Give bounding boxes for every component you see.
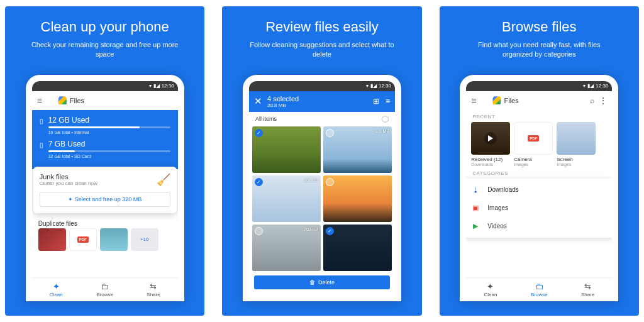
recent-label: RECENT <box>466 110 612 122</box>
app-bar: ≡ Files ⌕ ⋮ <box>466 91 612 110</box>
junk-files-card: Junk files Clutter you can clean now 🧹 ✦… <box>33 167 177 213</box>
share-icon: ⇆ <box>150 282 157 291</box>
app-bar: ≡ Files <box>32 91 178 110</box>
grid-item[interactable]: ✓ <box>323 225 392 271</box>
trash-icon: 🗑 <box>309 279 315 286</box>
sd-card-icon: ▯ <box>40 142 43 148</box>
status-bar: ▾▮◢12:30 <box>249 81 395 91</box>
selection-count: 4 selected <box>267 95 299 103</box>
category-images[interactable]: ▣Images <box>462 199 616 217</box>
panel-subtitle: Check your remaining storage and free up… <box>14 40 196 60</box>
free-up-button[interactable]: ✦ Select and free up 320 MB <box>40 192 170 207</box>
internal-storage-used: 12 GB Used <box>48 116 170 125</box>
clean-icon: ✦ <box>487 282 494 291</box>
status-bar: ▾▮◢12:30 <box>32 81 178 91</box>
panel-subtitle: Follow cleaning suggestions and select w… <box>231 40 413 60</box>
phone-mockup: ▾▮◢12:30 ≡ Files ⌕ ⋮ RECENT Received (12… <box>460 75 618 301</box>
selection-header: ✕ 4 selected 20.8 MB ⊞ ≡ <box>249 91 395 112</box>
sd-storage-total: 32 GB total • SD Card <box>48 154 170 158</box>
checkbox-icon[interactable] <box>255 227 263 235</box>
menu-icon[interactable]: ≡ <box>37 96 42 106</box>
overflow-icon[interactable]: ⋮ <box>599 96 607 105</box>
nav-clean[interactable]: ✦Clean <box>32 278 80 301</box>
panel-browse: Browse files Find what you need really f… <box>440 6 639 316</box>
app-title: Files <box>504 97 518 104</box>
thumb[interactable] <box>38 228 66 251</box>
files-logo-icon <box>492 96 501 104</box>
image-icon: ▣ <box>471 204 480 212</box>
recent-card[interactable]: Screen Images <box>557 122 596 167</box>
delete-button[interactable]: 🗑Delete <box>254 275 390 289</box>
panel-review: Review files easily Follow cleaning sugg… <box>222 6 421 316</box>
junk-title: Junk files <box>40 173 97 180</box>
thumb[interactable]: PDF <box>69 228 97 251</box>
grid-item[interactable]: 203 KB <box>252 225 321 271</box>
categories-card: ⭳Downloads ▣Images ▶Videos <box>462 179 616 238</box>
checkbox-icon[interactable] <box>326 129 334 137</box>
bottom-nav: ✦Clean 🗀Browse ⇆Share <box>32 277 178 301</box>
nav-browse[interactable]: 🗀Browse <box>80 278 129 301</box>
search-icon[interactable]: ⌕ <box>590 96 594 105</box>
checkbox-icon[interactable] <box>326 178 334 186</box>
category-downloads[interactable]: ⭳Downloads <box>462 181 616 199</box>
checkbox-icon[interactable]: ✓ <box>326 227 334 235</box>
checkbox-icon[interactable]: ✓ <box>255 129 263 137</box>
nav-browse[interactable]: 🗀Browse <box>515 278 564 301</box>
checkbox-icon[interactable]: ✓ <box>255 178 263 186</box>
phone-icon: ▯ <box>40 118 43 125</box>
storage-summary: ▯ 12 GB Used 16 GB total • Internal ▯ 7 … <box>32 110 178 169</box>
grid-item[interactable]: ✓206 KB <box>252 175 321 222</box>
grid-item[interactable] <box>323 175 392 222</box>
nav-share[interactable]: ⇆Share <box>129 278 177 301</box>
phone-mockup: ▾▮◢12:30 ≡ Files ▯ 12 GB Used 16 GB tota… <box>26 75 184 301</box>
sd-storage-used: 7 GB Used <box>48 140 170 148</box>
category-videos[interactable]: ▶Videos <box>462 217 616 235</box>
panel-title: Clean up your phone <box>14 19 196 35</box>
selection-size: 20.8 MB <box>267 103 299 108</box>
nav-clean[interactable]: ✦Clean <box>466 278 514 301</box>
files-logo-icon <box>58 96 67 104</box>
recent-card[interactable]: Received (12) Downloads <box>471 122 510 167</box>
nav-share[interactable]: ⇆Share <box>564 278 612 301</box>
grid-item[interactable]: 1.1 MB <box>323 126 392 173</box>
grid-item[interactable]: ✓ <box>252 126 321 173</box>
browse-icon: 🗀 <box>535 282 543 291</box>
video-icon: ▶ <box>471 222 480 230</box>
all-items-row[interactable]: All items <box>249 112 395 126</box>
thumb-more[interactable]: +10 <box>131 228 158 251</box>
internal-storage-total: 16 GB total • Internal <box>48 130 170 135</box>
phone-mockup: ▾▮◢12:30 ✕ 4 selected 20.8 MB ⊞ ≡ All it… <box>243 75 401 301</box>
categories-label: CATEGORIES <box>466 167 612 179</box>
close-icon[interactable]: ✕ <box>254 96 262 107</box>
file-grid: ✓ 1.1 MB ✓206 KB 203 KB ✓ <box>249 126 395 271</box>
menu-icon[interactable]: ≡ <box>471 96 476 106</box>
panel-title: Browse files <box>448 19 630 35</box>
recent-row: Received (12) Downloads PDF Camera Image… <box>466 122 612 167</box>
clean-icon: ✦ <box>53 282 60 291</box>
junk-subtitle: Clutter you can clean now <box>40 180 97 186</box>
panel-title: Review files easily <box>231 19 413 35</box>
duplicate-thumbnails: PDF +10 <box>32 228 178 251</box>
duplicate-section-title: Duplicate files <box>32 216 178 228</box>
browse-icon: 🗀 <box>101 282 109 291</box>
bottom-nav: ✦Clean 🗀Browse ⇆Share <box>466 277 612 301</box>
app-title: Files <box>70 97 84 104</box>
panel-clean: Clean up your phone Check your remaining… <box>5 6 204 316</box>
grid-view-icon[interactable]: ⊞ <box>373 97 379 106</box>
brush-icon: 🧹 <box>157 173 170 187</box>
status-bar: ▾▮◢12:30 <box>466 81 612 91</box>
sort-icon[interactable]: ≡ <box>386 97 390 106</box>
recent-card[interactable]: PDF Camera Images <box>514 122 553 167</box>
download-icon: ⭳ <box>471 186 480 194</box>
share-icon: ⇆ <box>584 282 591 291</box>
thumb[interactable] <box>100 228 128 251</box>
panel-subtitle: Find what you need really fast, with fil… <box>448 40 630 60</box>
select-all-icon[interactable] <box>382 116 389 123</box>
